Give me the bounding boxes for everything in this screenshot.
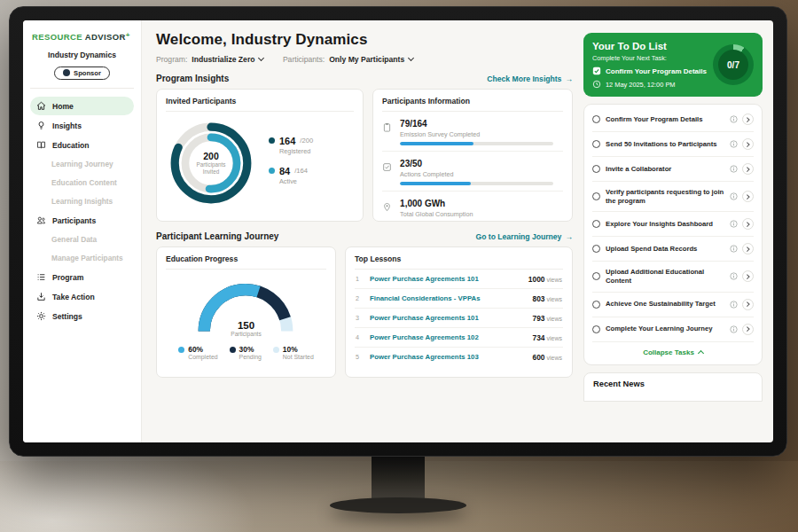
emission-progress-fill [400, 142, 473, 145]
lesson-title-link[interactable]: Power Purchase Agreements 101 [370, 275, 522, 283]
chevron-right-icon[interactable] [742, 243, 754, 254]
task-actions [730, 270, 754, 282]
legend-label: Pending [239, 354, 262, 360]
program-select-value: Industrialize Zero [192, 55, 254, 64]
lesson-views: 1000views [528, 275, 562, 284]
task-label: Upload Spend Data Records [606, 245, 724, 254]
actions-progress-fill [400, 182, 471, 185]
sidebar-item-take-action[interactable]: Take Action [30, 287, 134, 306]
nav-label: Insights [52, 121, 82, 130]
sidebar-item-home[interactable]: Home [30, 97, 134, 115]
legend-registered: 164 /200 Registered [269, 136, 313, 155]
info-icon[interactable] [730, 245, 738, 253]
legend-dot [230, 347, 236, 353]
lesson-views: 734views [533, 333, 563, 342]
chevron-right-icon[interactable] [742, 270, 754, 282]
chevron-right-icon[interactable] [742, 299, 754, 310]
task-row-confirm-program[interactable]: Confirm Your Program Details [592, 107, 754, 132]
program-insights-header: Program Insights Check More Insights → [156, 74, 573, 83]
legend-dot [273, 347, 279, 353]
check-more-insights-link[interactable]: Check More Insights → [487, 74, 573, 83]
task-actions [730, 138, 754, 150]
info-icon[interactable] [730, 220, 738, 228]
take-action-icon [36, 292, 46, 301]
program-filter-label: Program: [156, 55, 187, 64]
participants-icon [36, 215, 46, 225]
legend-value: 84 [279, 166, 290, 176]
task-row-invite-collaborator[interactable]: Invite a Collaborator [592, 157, 754, 182]
lesson-title-link[interactable]: Power Purchase Agreements 103 [370, 353, 527, 361]
lesson-row: 5 Power Purchase Agreements 103 600views [355, 348, 563, 366]
sidebar-item-education[interactable]: Education [30, 136, 134, 154]
education-icon [36, 140, 46, 150]
task-actions [730, 299, 754, 310]
sidebar-item-general-data[interactable]: General Data [30, 231, 134, 248]
card-title: Top Lessons [355, 254, 563, 270]
card-title: Invited Participants [166, 97, 354, 112]
info-icon[interactable] [730, 165, 738, 173]
sidebar-item-program[interactable]: Program [30, 268, 134, 286]
sidebar-item-insights[interactable]: Insights [30, 116, 134, 135]
legend-value: 164 [279, 136, 295, 146]
org-section: Industry Dynamics Sponsor [30, 49, 134, 89]
sidebar-item-education-content[interactable]: Education Content [30, 174, 134, 192]
chevron-right-icon[interactable] [742, 113, 754, 125]
legend-label: Completed [188, 354, 217, 360]
stat-global-consumption: 1,000 GWh Total Global Consumption [382, 192, 563, 223]
task-checkbox[interactable] [592, 220, 600, 228]
task-row-upload-spend-data[interactable]: Upload Spend Data Records [592, 237, 754, 262]
lesson-rank: 3 [356, 314, 364, 322]
task-checkbox[interactable] [592, 192, 600, 200]
lesson-title-link[interactable]: Financial Considerations - VPPAs [370, 294, 527, 302]
link-label: Check More Insights [487, 74, 561, 83]
info-icon[interactable] [730, 192, 738, 200]
task-actions [730, 191, 754, 202]
sponsor-badge[interactable]: Sponsor [54, 66, 110, 80]
info-icon[interactable] [730, 272, 738, 280]
task-checkbox[interactable] [592, 301, 600, 309]
chevron-right-icon[interactable] [742, 218, 754, 230]
task-row-verify-participants[interactable]: Verify participants requesting to join t… [592, 182, 754, 212]
task-row-achieve-sustainability-target[interactable]: Achieve One Sustainability Target [592, 293, 754, 317]
lesson-title-link[interactable]: Power Purchase Agreements 101 [370, 314, 527, 322]
chevron-right-icon[interactable] [742, 324, 754, 335]
collapse-tasks-button[interactable]: Collapse Tasks [592, 342, 754, 361]
sidebar-item-settings[interactable]: Settings [30, 307, 134, 325]
logo-resource: RESOURCE [32, 32, 82, 42]
task-row-explore-insights[interactable]: Explore Your Insights Dashboard [592, 212, 754, 237]
chevron-right-icon[interactable] [742, 138, 754, 150]
lesson-title-link[interactable]: Power Purchase Agreements 102 [370, 333, 527, 341]
info-icon[interactable] [730, 140, 738, 148]
legend-pct: 30% [239, 345, 254, 354]
task-checkbox[interactable] [592, 272, 600, 280]
go-to-learning-journey-link[interactable]: Go to Learning Journey → [475, 232, 573, 241]
task-checkbox[interactable] [592, 115, 600, 123]
nav-label: Learning Insights [51, 197, 113, 206]
nav-label: Learning Journey [51, 160, 113, 168]
stat-label: Actions Completed [400, 170, 563, 178]
task-row-upload-educational-content[interactable]: Upload Additional Educational Content [592, 262, 754, 292]
nav-label: Education Content [51, 178, 117, 187]
sidebar-item-participants[interactable]: Participants [30, 211, 134, 230]
participants-information-card: Participants Information 79/164 Emission… [372, 89, 573, 222]
invited-donut-wrap: 200 Participants Invited [166, 118, 256, 208]
task-checkbox[interactable] [592, 245, 600, 253]
sidebar-item-learning-journey[interactable]: Learning Journey [30, 155, 134, 173]
sidebar-item-manage-participants[interactable]: Manage Participants [30, 249, 134, 267]
todo-next-task[interactable]: Confirm Your Program Details [592, 66, 708, 75]
task-row-send-invitations[interactable]: Send 50 Invitations to Participants [592, 132, 754, 157]
task-checkbox[interactable] [592, 165, 600, 173]
task-checkbox[interactable] [592, 325, 600, 333]
chevron-right-icon[interactable] [742, 163, 754, 175]
gauge-center-caption: Participants [192, 331, 300, 337]
task-row-complete-learning-journey[interactable]: Complete Your Learning Journey [592, 317, 754, 342]
info-icon[interactable] [730, 301, 738, 309]
program-select[interactable]: Industrialize Zero [192, 55, 263, 64]
task-checkbox[interactable] [592, 140, 600, 148]
info-icon[interactable] [730, 325, 738, 333]
info-icon[interactable] [730, 115, 738, 123]
lesson-rank: 1 [356, 275, 364, 283]
participants-select[interactable]: Only My Participants [329, 55, 412, 64]
chevron-right-icon[interactable] [742, 191, 754, 202]
sidebar-item-learning-insights[interactable]: Learning Insights [30, 192, 134, 210]
